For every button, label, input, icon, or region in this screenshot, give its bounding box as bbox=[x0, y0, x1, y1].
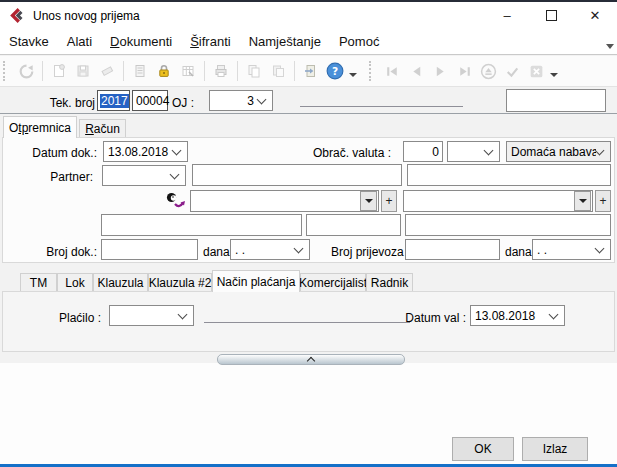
oj-value: 3 bbox=[210, 94, 258, 108]
address-field[interactable] bbox=[101, 214, 302, 236]
nabava-type-combobox[interactable]: Domaća nabava bbox=[506, 141, 611, 162]
partner-lookup-icon[interactable] bbox=[165, 192, 185, 213]
lock-button[interactable] bbox=[153, 60, 175, 82]
datum-dok-combobox[interactable]: 13.08.2018 bbox=[103, 141, 188, 162]
tek-broj-year-field[interactable]: 2017 bbox=[97, 90, 130, 111]
save-button[interactable] bbox=[72, 60, 94, 82]
refresh-button[interactable] bbox=[15, 60, 37, 82]
destination-add-button-2[interactable]: + bbox=[595, 190, 611, 212]
broj-prijevoza-field[interactable] bbox=[405, 239, 500, 260]
cancel-button[interactable] bbox=[525, 60, 547, 82]
menu-item-alati[interactable]: Alati bbox=[60, 30, 99, 53]
collapse-splitter-handle[interactable] bbox=[217, 354, 405, 365]
tek-broj-label: Tek. broj bbox=[40, 96, 95, 110]
dana-label-2: dana bbox=[505, 245, 532, 259]
first-record-icon bbox=[384, 63, 401, 80]
address-field-3[interactable] bbox=[405, 214, 611, 236]
tab-klauzula-2[interactable]: Klauzula #2 bbox=[148, 273, 212, 292]
tab-otpremnica[interactable]: Otpremnica bbox=[3, 116, 77, 138]
izlaz-button[interactable]: Izlaz bbox=[522, 437, 588, 461]
close-button[interactable]: ✕ bbox=[573, 2, 617, 29]
destination-combobox-2[interactable] bbox=[403, 190, 593, 212]
eraser-button[interactable] bbox=[96, 60, 118, 82]
menu-item-namjestanje[interactable]: Namještanje bbox=[242, 30, 328, 53]
exit-button[interactable] bbox=[300, 60, 322, 82]
plus-icon: + bbox=[385, 194, 392, 208]
eraser-icon bbox=[99, 63, 115, 79]
oj-combobox[interactable]: 3 bbox=[209, 90, 273, 111]
tab-racun[interactable]: Račun bbox=[79, 119, 126, 138]
broj-dok-field[interactable] bbox=[101, 239, 198, 260]
placilo-combobox[interactable] bbox=[109, 305, 194, 326]
partner-name-field[interactable] bbox=[192, 164, 402, 186]
oj-label: OJ : bbox=[172, 96, 194, 110]
datum-val-combobox[interactable]: 13.08.2018 bbox=[470, 305, 565, 326]
tab-komercijalist[interactable]: Komercijalist bbox=[300, 273, 366, 292]
copy-button[interactable] bbox=[243, 60, 265, 82]
tab-radnik[interactable]: Radnik bbox=[366, 273, 413, 292]
list-icon bbox=[132, 63, 148, 79]
header-extra-field[interactable] bbox=[506, 89, 606, 112]
tek-broj-number-field[interactable]: 00004 bbox=[132, 90, 168, 111]
next-record-button[interactable] bbox=[429, 60, 451, 82]
toolbar-grip[interactable] bbox=[369, 61, 377, 81]
window-controls: – ✕ bbox=[485, 2, 617, 29]
toolbar-separator bbox=[294, 61, 295, 81]
toolbar-separator bbox=[204, 61, 205, 81]
minimize-button[interactable]: – bbox=[485, 2, 529, 29]
valuta-combobox[interactable] bbox=[447, 141, 500, 162]
dana-date-combobox-1[interactable]: . . bbox=[230, 239, 310, 260]
toolbar: ? bbox=[0, 56, 617, 87]
ok-button[interactable]: OK bbox=[452, 437, 514, 461]
toolbar-grip[interactable] bbox=[3, 61, 11, 81]
dropdown-button[interactable] bbox=[360, 191, 377, 211]
maximize-button[interactable] bbox=[529, 2, 573, 29]
menu-bar: Stavke Alati Dokumenti Šifranti Namješta… bbox=[0, 29, 617, 55]
tab-nacin-placanja[interactable]: Način plaćanja bbox=[212, 270, 300, 292]
menu-item-dokumenti[interactable]: Dokumenti bbox=[103, 30, 179, 53]
chevron-down-icon bbox=[549, 309, 559, 319]
plus-icon: + bbox=[599, 194, 606, 208]
list-button[interactable] bbox=[129, 60, 151, 82]
partner-label: Partner: bbox=[10, 170, 93, 184]
menu-item-sifranti[interactable]: Šifranti bbox=[183, 30, 237, 53]
chevron-down-icon bbox=[170, 169, 180, 179]
partner-code-combobox[interactable] bbox=[102, 165, 186, 186]
last-record-button[interactable] bbox=[453, 60, 475, 82]
confirm-button[interactable] bbox=[501, 60, 523, 82]
table-lookup-icon bbox=[180, 63, 196, 79]
toolbar-dropdown-icon[interactable] bbox=[349, 73, 357, 77]
previous-record-button[interactable] bbox=[405, 60, 427, 82]
minimize-icon: – bbox=[503, 8, 510, 23]
cancel-icon bbox=[528, 63, 545, 80]
toolbar-separator bbox=[123, 61, 124, 81]
help-button[interactable]: ? bbox=[324, 60, 346, 82]
dropdown-button[interactable] bbox=[574, 191, 591, 211]
tab-klauzula[interactable]: Klauzula bbox=[93, 273, 148, 292]
exit-door-icon bbox=[303, 63, 319, 79]
first-record-button[interactable] bbox=[381, 60, 403, 82]
paste-button[interactable] bbox=[267, 60, 289, 82]
app-window: Unos novog prijema – ✕ Stavke Alati Doku… bbox=[0, 0, 617, 467]
address-field-2[interactable] bbox=[306, 214, 401, 236]
triangle-down-icon bbox=[579, 199, 587, 203]
destination-combobox[interactable] bbox=[190, 190, 379, 212]
new-note-button[interactable] bbox=[48, 60, 70, 82]
datum-dok-value: 13.08.2018 bbox=[104, 145, 172, 159]
destination-add-button[interactable]: + bbox=[381, 190, 397, 212]
toolbar-dropdown-icon[interactable] bbox=[550, 73, 558, 77]
eject-button[interactable] bbox=[477, 60, 499, 82]
partner-name-field-2[interactable] bbox=[407, 164, 611, 186]
toolbar-separator bbox=[42, 61, 43, 81]
previous-record-icon bbox=[408, 63, 425, 80]
dana-date-combobox-2[interactable]: . . bbox=[532, 239, 611, 260]
obrac-valuta-field[interactable]: 0 bbox=[403, 141, 443, 162]
table-lookup-button[interactable] bbox=[177, 60, 199, 82]
print-button[interactable] bbox=[210, 60, 232, 82]
menu-item-stavke[interactable]: Stavke bbox=[2, 30, 56, 53]
menu-overflow-icon[interactable] bbox=[606, 44, 614, 49]
tab-tm[interactable]: TM bbox=[20, 273, 57, 292]
tab-lok[interactable]: Lok bbox=[57, 273, 93, 292]
menu-item-pomoc[interactable]: Pomoć bbox=[332, 30, 386, 53]
help-icon: ? bbox=[326, 62, 344, 80]
